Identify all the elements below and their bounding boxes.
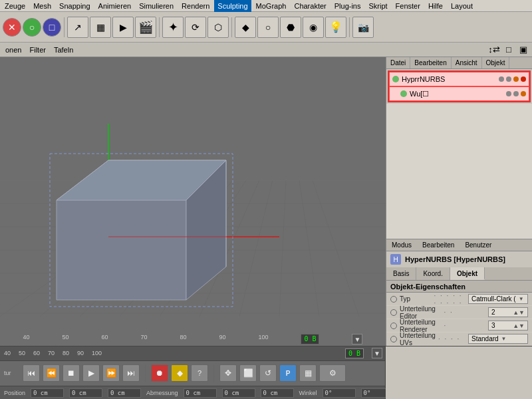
coord-x-input[interactable] (31, 388, 64, 398)
obj-tab-datei[interactable]: Datei (386, 57, 410, 68)
properties-panel: Modus Bearbeiten Benutzer H HyperNURBS [… (386, 239, 532, 346)
props-tab-basis[interactable]: Basis (386, 267, 416, 280)
btn-stop[interactable]: ⏹ (63, 364, 80, 382)
coord-rx-input[interactable] (323, 388, 356, 398)
prop-value-editor[interactable]: 2 ▲▼ (488, 307, 528, 317)
props-menu-benutzer[interactable]: Benutzer (462, 239, 494, 251)
menu-layout[interactable]: Layout (448, 0, 476, 12)
toolbar-light[interactable]: ◉ (303, 17, 324, 38)
timeline-options-btn[interactable]: ▼ (372, 348, 382, 358)
btn-go-start[interactable]: ⏮ (23, 364, 40, 382)
btn-move-tool[interactable]: ✥ (219, 364, 237, 382)
coord-sx-input[interactable] (184, 388, 217, 398)
btn-play[interactable]: ▶ (82, 364, 100, 382)
coord-bar: Position Abmessung Winkel (0, 386, 385, 399)
toolbar2-icon-arrows[interactable]: ↕⇄ (488, 44, 500, 56)
obj-item-wu[interactable]: Wu[☐ (389, 86, 529, 101)
prop-dots-typ: · · · · · · · · · · (434, 292, 466, 307)
props-tab-objekt[interactable]: Objekt (450, 267, 485, 280)
prop-value-renderer[interactable]: 3 ▲▼ (488, 321, 528, 331)
obj-tab-bearbeiten[interactable]: Bearbeiten (410, 57, 451, 68)
menu-zeuge[interactable]: Zeuge (1, 0, 29, 12)
obj-wu-dot-orange (521, 91, 526, 96)
coord-z-input[interactable] (108, 388, 141, 398)
sep-play2 (213, 364, 214, 382)
prop-dots-renderer: · (444, 322, 486, 329)
coord-y-input[interactable] (69, 388, 102, 398)
ruler-100: 100 (258, 334, 268, 344)
viewport-3d[interactable]: 40 50 60 70 80 90 100 0 B ▼ (0, 57, 386, 346)
sep-play (145, 364, 146, 382)
menu-rendern[interactable]: Rendern (178, 0, 213, 12)
playback-label: tur (4, 370, 20, 376)
obj-tab-ansicht[interactable]: Ansicht (452, 57, 482, 68)
obj-tab-objekt[interactable]: Objekt (482, 57, 510, 68)
prop-renderer-arrows[interactable]: ▲▼ (513, 323, 525, 329)
toolbar-move[interactable]: ✦ (162, 17, 184, 38)
menu-sculpting[interactable]: Sculpting (214, 0, 251, 12)
toolbar-undo[interactable]: ✕ (3, 18, 21, 37)
btn-loop[interactable]: ↺ (259, 364, 277, 382)
toolbar-nurbs[interactable]: ⬣ (280, 17, 301, 38)
obj-dot-wu-green (400, 90, 407, 97)
menu-mesh[interactable]: Mesh (30, 0, 55, 12)
viewport-options-btn[interactable]: ▼ (352, 334, 362, 344)
obj-item-hyprnurbs[interactable]: HyprrNURBS (389, 72, 529, 86)
toolbar-cube[interactable]: ◆ (235, 17, 256, 38)
toolbar-sphere[interactable]: ○ (257, 17, 279, 38)
prop-value-typ[interactable]: Catmull-Clark ( (468, 294, 528, 304)
toolbar-scale[interactable]: ⬡ (207, 17, 229, 38)
toolbar2-onen[interactable]: onen (3, 43, 24, 57)
btn-grid-bottom[interactable]: ▦ (299, 364, 317, 382)
toolbar-lamp[interactable]: 💡 (325, 17, 346, 38)
btn-anim-tool[interactable]: ⬜ (239, 364, 257, 382)
prop-value-uvs[interactable]: Standard (468, 334, 528, 344)
menu-charakter[interactable]: Charakter (291, 0, 329, 12)
props-menu-bearbeiten[interactable]: Bearbeiten (420, 239, 457, 251)
toolbar-btn-z[interactable]: □ (43, 18, 61, 37)
btn-help[interactable]: ? (191, 364, 208, 382)
frame-counter: 0 B (301, 334, 319, 344)
btn-record[interactable]: ⏺ (151, 364, 168, 382)
menu-hilfe[interactable]: Hilfe (425, 0, 446, 12)
coord-sy-input[interactable] (222, 388, 255, 398)
menu-animieren[interactable]: Animieren (95, 0, 135, 12)
menu-skript[interactable]: Skript (365, 0, 390, 12)
btn-settings[interactable]: ⚙ (319, 364, 346, 382)
obj-dot-orange (513, 76, 519, 82)
toolbar2-filter[interactable]: Filter (27, 43, 48, 57)
toolbar-rotate[interactable]: ⟳ (185, 17, 206, 38)
ruler-100-bottom: 100 (90, 350, 103, 356)
toolbar-film[interactable]: 🎬 (135, 17, 156, 38)
toolbar-grid[interactable]: ▦ (90, 17, 111, 38)
menu-fenster[interactable]: Fenster (392, 0, 424, 12)
toolbar2-tafeln[interactable]: Tafeln (51, 43, 76, 57)
prop-spinner-arrows[interactable]: ▲▼ (513, 309, 525, 316)
prop-row-renderer[interactable]: Unterteilung Renderer · 3 ▲▼ (386, 319, 532, 332)
btn-keyframe[interactable]: ◆ (171, 364, 188, 382)
btn-next-frame[interactable]: ⏩ (102, 364, 120, 382)
toolbar-camera[interactable]: 📷 (352, 17, 374, 38)
toolbar-undo2[interactable]: ↗ (67, 17, 88, 38)
toolbar2-icon-grid[interactable]: ▣ (517, 44, 529, 56)
btn-go-end[interactable]: ⏭ (122, 364, 140, 382)
prop-row-uvs[interactable]: Unterteilung UVs · · · · Standard (386, 332, 532, 346)
prop-row-editor[interactable]: Unterteilung Editor · · 2 ▲▼ (386, 306, 532, 319)
props-tab-koord[interactable]: Koord. (416, 267, 450, 280)
props-menu-modus[interactable]: Modus (389, 239, 414, 251)
menu-mograph[interactable]: MoGraph (253, 0, 290, 12)
props-obj-icon: H (390, 254, 401, 265)
menu-simulieren[interactable]: Simulieren (136, 0, 177, 12)
toolbar-btn-y[interactable]: ○ (23, 18, 41, 37)
prop-row-typ[interactable]: Typ · · · · · · · · · · Catmull-Clark ( (386, 293, 532, 306)
ruler-80: 80 (180, 334, 186, 344)
ruler-50-bottom: 50 (17, 350, 27, 356)
coord-sz-input[interactable] (261, 388, 294, 398)
obj-dot-green (392, 76, 399, 82)
menu-plugins[interactable]: Plug-ins (331, 0, 364, 12)
toolbar2-icon-box[interactable]: □ (503, 44, 515, 56)
toolbar-render[interactable]: ▶ (112, 17, 134, 38)
btn-p[interactable]: P (279, 364, 297, 382)
menu-snapping[interactable]: Snapping (56, 0, 94, 12)
btn-prev-frame[interactable]: ⏪ (43, 364, 60, 382)
